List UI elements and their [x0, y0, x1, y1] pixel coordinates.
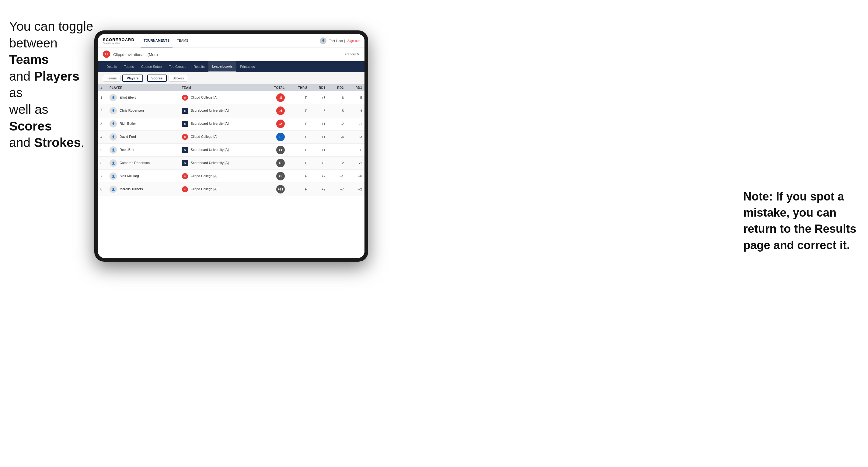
cell-rank: 1 — [98, 91, 107, 104]
nav-right: 👤 Test User | Sign out — [320, 37, 360, 44]
cell-rd3: E — [346, 144, 365, 157]
cell-player: 👤 Elliot Ebert — [107, 91, 180, 104]
cell-team: S Scoreboard University [A] — [180, 157, 262, 170]
cell-rd1: +5 — [309, 157, 328, 170]
player-name: Blair McHarg — [120, 174, 139, 178]
tournament-header: C Clippd Invitational (Men) Cancel ✕ — [98, 48, 365, 61]
app-logo: SCOREBOARD — [103, 37, 134, 42]
cell-team: S Scoreboard University [A] — [180, 144, 262, 157]
table-row: 4 👤 David Ford C Clippd College [A] E F … — [98, 130, 365, 144]
total-badge: -8 — [276, 93, 285, 102]
cell-rd2: +5 — [328, 104, 346, 118]
cell-team: C Clippd College [A] — [180, 91, 262, 104]
cell-rd2: +2 — [328, 157, 346, 170]
cell-thru: F — [287, 144, 309, 157]
total-badge: -2 — [276, 120, 285, 128]
player-name: Rees Britt — [120, 148, 134, 152]
cell-thru: F — [287, 170, 309, 183]
table-row: 6 👤 Cameron Robertson S Scoreboard Unive… — [98, 157, 365, 170]
cell-rd3: +2 — [346, 183, 365, 196]
player-name: Chris Robertson — [120, 108, 144, 112]
toggle-teams[interactable]: Teams — [103, 75, 121, 82]
player-avatar: 👤 — [110, 186, 117, 193]
player-avatar: 👤 — [110, 107, 117, 115]
cell-thru: F — [287, 157, 309, 170]
nav-teams[interactable]: TEAMS — [174, 34, 191, 48]
player-avatar: 👤 — [110, 133, 117, 141]
total-badge: E — [276, 133, 285, 141]
logo-subtitle: Powered by clippd — [103, 42, 134, 44]
cell-thru: F — [287, 183, 309, 196]
cell-total: +6 — [262, 157, 287, 170]
cell-player: 👤 Rich Butler — [107, 118, 180, 130]
nav-tournaments[interactable]: TOURNAMENTS — [141, 34, 173, 48]
cell-thru: F — [287, 118, 309, 130]
player-avatar: 👤 — [110, 159, 117, 167]
cell-rank: 8 — [98, 183, 107, 196]
team-name: Scoreboard University [A] — [191, 148, 229, 152]
tournament-logo: C — [103, 51, 110, 58]
nav-links: TOURNAMENTS TEAMS — [141, 34, 320, 48]
left-annotation: You can toggle between Teams and Players… — [9, 18, 94, 151]
cell-total: -4 — [262, 104, 287, 118]
tab-teams[interactable]: Teams — [121, 61, 137, 72]
team-name: Scoreboard University [A] — [191, 161, 229, 164]
cancel-button[interactable]: Cancel ✕ — [345, 52, 360, 56]
toggle-scores[interactable]: Scores — [147, 74, 167, 82]
logo-area: SCOREBOARD Powered by clippd — [103, 37, 134, 44]
tab-printables[interactable]: Printables — [237, 61, 258, 72]
nav-bar: SCOREBOARD Powered by clippd TOURNAMENTS… — [98, 34, 365, 48]
cell-rd2: -4 — [328, 130, 346, 144]
cell-thru: F — [287, 104, 309, 118]
table-row: 7 👤 Blair McHarg C Clippd College [A] +9… — [98, 170, 365, 183]
cell-rank: 4 — [98, 130, 107, 144]
team-logo: S — [182, 121, 188, 127]
cell-player: 👤 Rees Britt — [107, 144, 180, 157]
annotation-text: You can toggle between Teams and Players… — [9, 19, 93, 150]
team-name: Scoreboard University [A] — [191, 122, 229, 125]
cell-rd3: +6 — [346, 170, 365, 183]
cell-player: 👤 David Ford — [107, 130, 180, 144]
tab-results[interactable]: Results — [190, 61, 208, 72]
total-badge: +11 — [276, 185, 285, 193]
cell-rd2: -6 — [328, 91, 346, 104]
col-rd1: RD1 — [309, 84, 328, 91]
toggle-strokes[interactable]: Strokes — [168, 75, 188, 82]
tab-leaderboards[interactable]: Leaderboards — [208, 61, 237, 72]
tablet-screen: SCOREBOARD Powered by clippd TOURNAMENTS… — [98, 34, 365, 258]
cell-thru: F — [287, 91, 309, 104]
cell-rank: 2 — [98, 104, 107, 118]
cell-player: 👤 Blair McHarg — [107, 170, 180, 183]
cell-rank: 3 — [98, 118, 107, 130]
player-name: David Ford — [120, 135, 136, 138]
team-logo: S — [182, 147, 188, 153]
tab-tee-groups[interactable]: Tee Groups — [165, 61, 190, 72]
cell-rd2: +1 — [328, 170, 346, 183]
cell-team: C Clippd College [A] — [180, 183, 262, 196]
tab-details[interactable]: Details — [103, 61, 121, 72]
sub-nav: Details Teams Course Setup Tee Groups Re… — [98, 61, 365, 72]
total-badge: +1 — [276, 146, 285, 154]
player-avatar: 👤 — [110, 94, 117, 101]
team-name: Clippd College [A] — [191, 135, 218, 138]
cell-player: 👤 Chris Robertson — [107, 104, 180, 118]
sign-out-link[interactable]: Sign out — [347, 39, 360, 42]
cell-rd1: +1 — [309, 118, 328, 130]
team-logo: C — [182, 95, 188, 101]
tab-course-setup[interactable]: Course Setup — [137, 61, 165, 72]
player-name: Rich Butler — [120, 122, 136, 125]
cell-team: S Scoreboard University [A] — [180, 104, 262, 118]
right-annotation-text: Note: If you spot a mistake, you can ret… — [743, 190, 857, 252]
table-header-row: # PLAYER TEAM TOTAL THRU RD1 RD2 RD3 — [98, 84, 365, 91]
user-label: Test User | — [329, 39, 345, 42]
col-thru: THRU — [287, 84, 309, 91]
cell-rd3: +3 — [346, 130, 365, 144]
toggle-players[interactable]: Players — [122, 74, 143, 82]
table-row: 1 👤 Elliot Ebert C Clippd College [A] -8… — [98, 91, 365, 104]
tablet-device: SCOREBOARD Powered by clippd TOURNAMENTS… — [94, 30, 368, 262]
cell-team: S Scoreboard University [A] — [180, 118, 262, 130]
cell-thru: F — [287, 130, 309, 144]
team-logo: C — [182, 173, 188, 179]
cell-rd3: -1 — [346, 118, 365, 130]
col-total: TOTAL — [262, 84, 287, 91]
